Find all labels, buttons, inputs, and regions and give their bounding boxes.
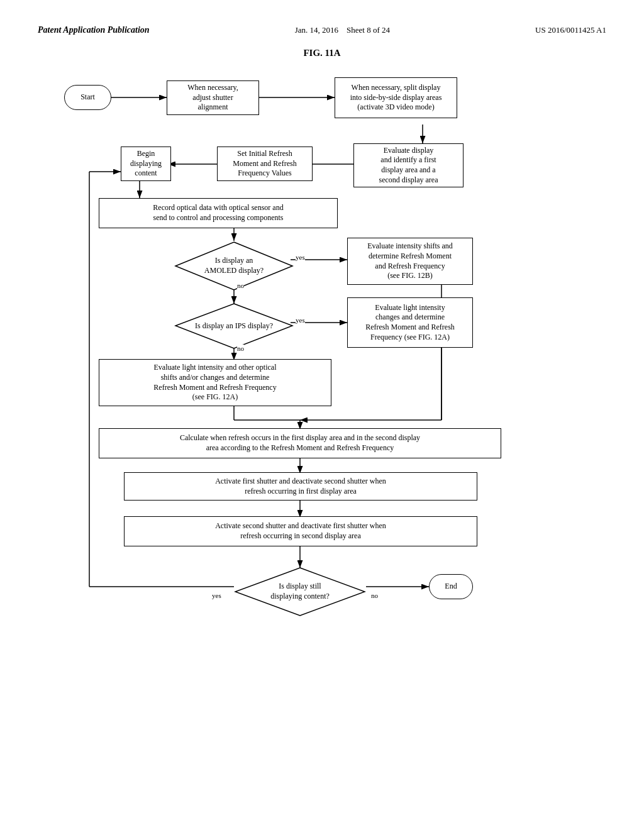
header: Patent Application Publication Jan. 14, … [38, 25, 606, 35]
ips-no-label: no [237, 345, 244, 352]
evaluate-display-node: Evaluate display and identify a first di… [353, 143, 464, 187]
flowchart: Start When necessary, adjust shutter ali… [52, 71, 592, 750]
header-sheet: Sheet 8 of 24 [347, 25, 390, 35]
split-display-node: When necessary, split display into side-… [335, 77, 457, 118]
page: Patent Application Publication Jan. 14, … [0, 0, 644, 830]
header-date: Jan. 14, 2016 [295, 25, 338, 35]
calculate-refresh-node: Calculate when refresh occurs in the fir… [99, 428, 501, 458]
still-yes-label: yes [212, 592, 221, 599]
set-refresh-node: Set Initial Refresh Moment and Refresh F… [217, 147, 313, 181]
adjust-shutter-node: When necessary, adjust shutter alignment [167, 80, 259, 115]
ips-yes-label: yes [296, 316, 305, 324]
is-ips-node: Is display an IPS display? [174, 302, 294, 350]
is-amoled-node: Is display an AMOLED display? [174, 241, 294, 291]
patent-app-pub-label: Patent Application Publication [38, 25, 150, 35]
still-no-label: no [371, 592, 378, 599]
header-left: Patent Application Publication [38, 25, 150, 35]
header-right: US 2016/0011425 A1 [535, 25, 606, 35]
evaluate-light-ips-node: Evaluate light intensity changes and det… [347, 297, 473, 348]
end-node: End [429, 574, 473, 599]
evaluate-intensity-shifts-node: Evaluate intensity shifts and determine … [347, 238, 473, 285]
begin-displaying-node: Begin displaying content [121, 147, 171, 181]
header-center: Jan. 14, 2016 Sheet 8 of 24 [295, 25, 390, 35]
start-node: Start [64, 85, 111, 110]
header-patent-num: US 2016/0011425 A1 [535, 25, 606, 35]
activate-first-node: Activate first shutter and deactivate se… [124, 472, 477, 501]
record-optical-node: Record optical data with optical sensor … [99, 198, 338, 228]
amoled-no-label: no [237, 282, 244, 289]
amoled-yes-label: yes [296, 253, 305, 261]
activate-second-node: Activate second shutter and deactivate f… [124, 516, 477, 546]
fig-title: FIG. 11A [38, 48, 606, 58]
is-still-displaying-node: Is display still displaying content? [234, 567, 366, 617]
evaluate-light-other-node: Evaluate light intensity and other optic… [99, 359, 331, 406]
